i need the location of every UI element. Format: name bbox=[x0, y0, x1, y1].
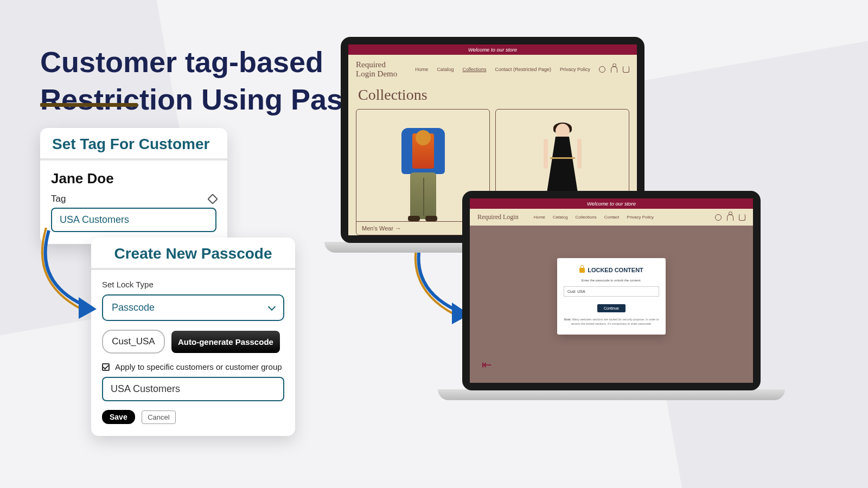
nav-privacy[interactable]: Privacy Policy bbox=[560, 67, 590, 72]
store2-nav: Required Login Home Catalog Collections … bbox=[470, 209, 753, 226]
save-button[interactable]: Save bbox=[102, 410, 135, 424]
search-icon[interactable] bbox=[599, 66, 605, 73]
flow-arrow-1 bbox=[27, 222, 103, 325]
lock-icon bbox=[579, 268, 585, 273]
nav2-home[interactable]: Home bbox=[534, 215, 545, 220]
apply-checkbox[interactable] bbox=[102, 363, 110, 371]
nav-catalog[interactable]: Catalog bbox=[437, 67, 454, 72]
cart-icon[interactable] bbox=[623, 66, 629, 73]
locked-note: Note: Many websites sections are locked … bbox=[564, 318, 659, 326]
search-icon[interactable] bbox=[715, 214, 722, 221]
locked-content-card: LOCKED CONTENT Enter the passcode to unl… bbox=[557, 258, 666, 335]
set-tag-title: Set Tag For Customer bbox=[40, 128, 227, 160]
store-brand: Required Login Demo bbox=[356, 60, 406, 79]
edit-icon[interactable] bbox=[207, 194, 218, 204]
lock-type-select[interactable]: Passcode bbox=[102, 294, 284, 321]
nav2-contact[interactable]: Contact bbox=[604, 215, 620, 220]
back-arrow-icon[interactable]: ⇤ bbox=[482, 358, 492, 372]
cancel-button[interactable]: Cancel bbox=[142, 410, 175, 424]
account-icon[interactable] bbox=[611, 66, 617, 73]
nav-collections[interactable]: Collections bbox=[462, 67, 486, 72]
nav-contact[interactable]: Contact (Restricted Page) bbox=[495, 67, 551, 72]
store2-banner: Welcome to our store bbox=[470, 198, 753, 209]
mens-wear-image bbox=[396, 124, 450, 221]
nav2-privacy[interactable]: Privacy Policy bbox=[627, 215, 654, 220]
customer-group-input[interactable] bbox=[102, 377, 284, 401]
auto-generate-button[interactable]: Auto-generate Passcode bbox=[171, 331, 280, 353]
store-nav: Required Login Demo Home Catalog Collect… bbox=[348, 55, 637, 84]
locked-title-text: LOCKED CONTENT bbox=[588, 267, 643, 273]
nav2-collections[interactable]: Collections bbox=[576, 215, 597, 220]
lock-type-label: Set Lock Type bbox=[102, 280, 284, 289]
store2-brand: Required Login bbox=[477, 213, 519, 221]
continue-button[interactable]: Continue bbox=[597, 304, 626, 312]
apply-label: Apply to specific customers or customer … bbox=[115, 362, 282, 371]
headline-underline bbox=[40, 103, 138, 107]
locked-subtitle: Enter the passcode to unlock the content… bbox=[564, 279, 659, 282]
create-passcode-title: Create New Passcode bbox=[91, 237, 295, 270]
laptop-locked: Welcome to our store Required Login Home… bbox=[462, 191, 785, 400]
tag-label: Tag bbox=[51, 194, 66, 204]
customer-name: Jane Doe bbox=[51, 170, 216, 187]
passcode-entry-input[interactable] bbox=[564, 286, 659, 297]
chevron-down-icon bbox=[268, 303, 276, 310]
create-passcode-card: Create New Passcode Set Lock Type Passco… bbox=[91, 237, 295, 436]
account-icon[interactable] bbox=[727, 214, 733, 221]
lock-type-value: Passcode bbox=[112, 302, 155, 313]
cart-icon[interactable] bbox=[739, 214, 745, 221]
store-banner: Welcome to our store bbox=[348, 44, 637, 55]
collections-heading: Collections bbox=[348, 84, 637, 109]
nav-home[interactable]: Home bbox=[415, 67, 428, 72]
nav2-catalog[interactable]: Catalog bbox=[553, 215, 568, 220]
passcode-input[interactable]: Cust_USA bbox=[102, 330, 165, 354]
